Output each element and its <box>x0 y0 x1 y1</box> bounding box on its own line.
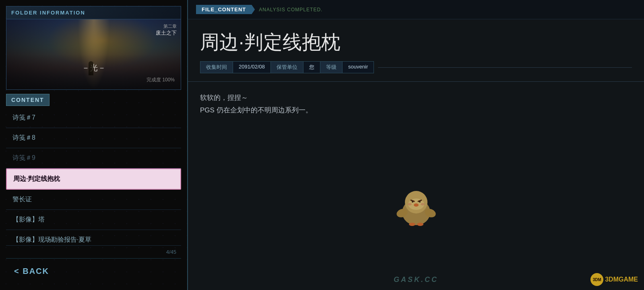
mascot-illustration <box>392 184 440 232</box>
meta-value-grade: souvenir <box>342 61 374 73</box>
meta-label-collection: 收集时间 <box>200 61 233 73</box>
file-content-header: FILE_CONTENT ANALYSIS COMPLETED. <box>188 0 644 19</box>
folder-info-label: FOLDER INFORMATION <box>11 10 85 16</box>
content-section: CONTENT 诗笺＃7 诗笺＃8 诗笺＃9 周边·判定线抱枕 警长证 【影像】… <box>6 90 181 258</box>
file-content-tab: FILE_CONTENT <box>196 5 255 14</box>
content-panel: FILE_CONTENT ANALYSIS COMPLETED. 周边·判定线抱… <box>187 0 644 290</box>
chapter-label: 第二章 废土之下 <box>156 23 177 37</box>
meta-pair-2: 保管单位 您 <box>270 61 320 73</box>
content-list: 诗笺＃7 诗笺＃8 诗笺＃9 周边·判定线抱枕 警长证 【影像】塔 【影像】现场… <box>6 108 181 245</box>
description-line-1: 软软的，捏捏～ <box>200 92 632 104</box>
description-line-2: PGS 仍在企划中的不明周边系列一。 <box>200 104 632 117</box>
pagination: 4/45 <box>6 245 181 258</box>
content-header: CONTENT <box>6 94 50 106</box>
meta-pair-3: 等级 souvenir <box>320 61 374 73</box>
svg-point-7 <box>414 203 419 207</box>
meta-divider <box>378 67 632 68</box>
list-item[interactable]: 诗笺＃8 <box>6 128 181 148</box>
meta-pair-1: 收集时间 2091/02/08 <box>200 61 270 73</box>
svg-point-10 <box>409 223 415 226</box>
logo-label: 3DMGAME <box>605 276 638 283</box>
watermark: GASK.CC <box>394 276 438 284</box>
list-item[interactable]: 诗笺＃7 <box>6 108 181 128</box>
sidebar: FOLDER INFORMATION 第二章 废土之下 －光－ 完成度 100%… <box>0 0 187 290</box>
folder-info-header: FOLDER INFORMATION <box>6 6 181 19</box>
svg-point-12 <box>408 203 412 205</box>
meta-value-custodian: 您 <box>303 61 320 73</box>
svg-point-5 <box>412 201 413 203</box>
list-item[interactable]: 【影像】现场勘验报告·夏草 <box>6 230 181 245</box>
list-item[interactable]: 诗笺＃9 <box>6 148 181 168</box>
svg-point-13 <box>421 203 425 205</box>
meta-label-grade: 等级 <box>320 61 342 73</box>
list-item[interactable]: 【影像】塔 <box>6 210 181 230</box>
list-item-selected[interactable]: 周边·判定线抱枕 <box>6 168 181 190</box>
metadata-row: 收集时间 2091/02/08 保管单位 您 等级 souvenir <box>188 61 644 82</box>
back-button[interactable]: < BACK <box>6 258 181 284</box>
meta-label-custodian: 保管单位 <box>270 61 303 73</box>
svg-point-6 <box>419 201 421 203</box>
analysis-status: ANALYSIS COMPLETED. <box>259 7 322 12</box>
folder-title: －光－ <box>82 62 106 73</box>
completion-text: 完成度 100% <box>147 77 175 83</box>
main-container: FOLDER INFORMATION 第二章 废土之下 －光－ 完成度 100%… <box>0 0 644 290</box>
logo-icon: 3DM <box>590 273 603 286</box>
meta-value-date: 2091/02/08 <box>233 61 270 73</box>
list-item[interactable]: 警长证 <box>6 190 181 210</box>
file-title: 周边·判定线抱枕 <box>188 19 644 61</box>
svg-point-11 <box>417 223 423 226</box>
folder-thumbnail: 第二章 废土之下 －光－ 完成度 100% <box>6 19 181 90</box>
logo-3dmgame: 3DM 3DMGAME <box>590 273 638 286</box>
file-description: 软软的，捏捏～ PGS 仍在企划中的不明周边系列一。 <box>188 82 644 126</box>
mascot-area <box>188 126 644 290</box>
